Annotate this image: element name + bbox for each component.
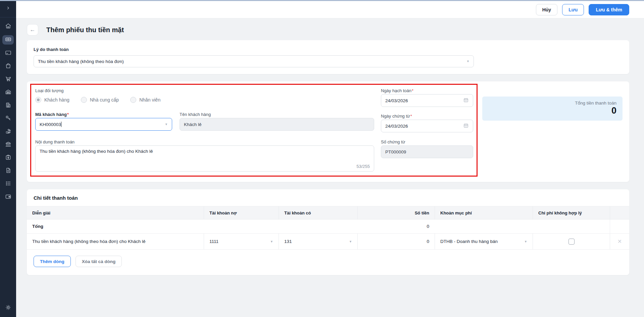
- posting-date-value: 24/03/2026: [385, 98, 408, 103]
- customer-code-input[interactable]: KH000003 ▼: [35, 118, 172, 131]
- total-label: Tổng: [27, 219, 357, 233]
- customer-code-label: Mã khách hàng*: [35, 112, 69, 117]
- sidebar-item-wallet[interactable]: [2, 193, 14, 201]
- object-type-label: Loại đối tượng: [35, 88, 63, 93]
- document-date-input[interactable]: 24/03/2026: [381, 120, 473, 132]
- details-title: Chi tiết thanh toán: [27, 189, 629, 206]
- row-fee-category-select[interactable]: DTHB - Doanh thu hàng bán ▼: [435, 234, 533, 249]
- document-number-input: PT000009: [381, 145, 473, 158]
- payment-content-textarea[interactable]: Thu tiền khách hàng (không theo hóa đơn)…: [35, 145, 374, 172]
- calendar-icon[interactable]: [463, 97, 469, 104]
- warehouse-icon: [5, 88, 12, 97]
- sidebar-item-hand-coins[interactable]: [2, 127, 14, 136]
- table-row: Thu tiền khách hàng (không theo hóa đơn)…: [27, 234, 629, 250]
- settings-gear-icon: [5, 304, 12, 312]
- office-building-icon: [5, 102, 12, 110]
- add-row-button[interactable]: Thêm dòng: [34, 256, 71, 267]
- radio-khach-hang[interactable]: Khách hàng: [35, 97, 69, 103]
- voucher-info-card: Loại đối tượng Khách hàng Nhà cung cấp N…: [27, 81, 629, 182]
- radio-unselected-icon: [130, 97, 136, 103]
- payment-reason-value: Thu tiền khách hàng (không theo hóa đơn): [38, 59, 124, 64]
- shopping-bag-icon: [5, 62, 12, 71]
- calendar-icon[interactable]: [463, 123, 469, 129]
- col-header-amount: Số tiền: [357, 206, 435, 219]
- payment-details-card: Chi tiết thanh toán Diễn giải Tài khoản …: [27, 189, 629, 275]
- col-header-description: Diễn giải: [27, 206, 204, 219]
- back-arrow-icon: ←: [30, 26, 36, 33]
- text-cursor: [61, 122, 62, 127]
- payment-content-value: Thu tiền khách hàng (không theo hóa đơn)…: [40, 149, 153, 154]
- col-header-actions: [610, 206, 629, 219]
- payment-reason-label: Lý do thanh toán: [34, 47, 623, 52]
- posting-date-label: Ngày hạch toán*: [381, 88, 413, 93]
- invalid-expense-checkbox[interactable]: [568, 239, 575, 245]
- customer-name-label: Tên khách hàng: [180, 112, 211, 117]
- document-number-label: Số chứng từ: [381, 139, 405, 144]
- sidebar-item-home[interactable]: [2, 22, 14, 31]
- chevron-down-icon: ▼: [466, 60, 469, 63]
- shopping-cart-icon: [5, 75, 12, 84]
- posting-date-input[interactable]: 24/03/2026: [381, 94, 473, 107]
- chevron-down-icon: ▼: [165, 123, 168, 126]
- col-header-invalid-expense: Chi phí không hợp lý: [533, 206, 610, 219]
- list-icon: [5, 180, 12, 188]
- main-content: ← Thêm phiếu thu tiền mặt Lý do thanh to…: [16, 18, 644, 317]
- sidebar-collapse-button[interactable]: [0, 0, 16, 17]
- credit-card-icon: [5, 49, 12, 58]
- sidebar-item-cash-box[interactable]: [2, 153, 14, 162]
- total-payment-label: Tổng tiền thanh toán: [488, 101, 616, 106]
- key-icon: [5, 115, 12, 123]
- hand-coins-icon: [5, 128, 12, 136]
- sidebar-item-shopping-bag[interactable]: [2, 62, 14, 71]
- sidebar-item-bank[interactable]: [2, 140, 14, 149]
- chevron-down-icon: ▼: [524, 240, 527, 243]
- total-amount: 0: [357, 219, 435, 233]
- details-table: Diễn giải Tài khoản nợ Tài khoản có Số t…: [27, 206, 629, 250]
- radio-selected-icon: [35, 97, 41, 103]
- document-icon: [5, 167, 12, 175]
- customer-name-value: Khách lẻ: [184, 122, 202, 127]
- home-icon: [5, 22, 12, 31]
- document-date-label: Ngày chứng từ*: [381, 114, 412, 119]
- row-debit-account-select[interactable]: 1111 ▼: [204, 234, 279, 249]
- sidebar-item-credit-card[interactable]: [2, 49, 14, 58]
- customer-name-input: Khách lẻ: [180, 118, 374, 131]
- cancel-button[interactable]: Hủy: [536, 4, 557, 15]
- save-button[interactable]: Lưu: [562, 4, 584, 15]
- payment-reason-select[interactable]: Thu tiền khách hàng (không theo hóa đơn)…: [34, 55, 474, 67]
- bank-icon: [5, 141, 12, 149]
- row-invalid-expense-cell: [533, 234, 610, 249]
- sidebar-item-key[interactable]: [2, 114, 14, 123]
- row-description-cell[interactable]: Thu tiền khách hàng (không theo hóa đơn)…: [27, 234, 204, 249]
- save-and-add-button[interactable]: Lưu & thêm: [589, 4, 629, 15]
- delete-all-rows-button[interactable]: Xóa tất cả dòng: [76, 256, 122, 267]
- total-row: Tổng 0: [27, 219, 629, 234]
- payment-content-label: Nội dung thanh toán: [35, 139, 75, 144]
- document-date-value: 24/03/2026: [385, 124, 408, 129]
- sidebar-item-list[interactable]: [2, 180, 14, 188]
- customer-code-value: KH000003: [40, 122, 61, 127]
- radio-nha-cung-cap[interactable]: Nhà cung cấp: [81, 97, 119, 103]
- radio-nhan-vien[interactable]: Nhân viên: [130, 97, 160, 103]
- delete-row-icon[interactable]: ✕: [617, 238, 622, 245]
- sidebar-item-warehouse[interactable]: [2, 88, 14, 97]
- sidebar-item-settings[interactable]: [2, 304, 14, 312]
- col-header-credit-account: Tài khoản có: [279, 206, 357, 219]
- sidebar: [0, 0, 16, 317]
- page-title: Thêm phiếu thu tiền mặt: [46, 26, 124, 34]
- sidebar-item-office-building[interactable]: [2, 101, 14, 110]
- row-amount-cell[interactable]: 0: [357, 234, 435, 249]
- sidebar-item-document[interactable]: [2, 167, 14, 175]
- document-number-value: PT000009: [385, 149, 406, 154]
- table-header-row: Diễn giải Tài khoản nợ Tài khoản có Số t…: [27, 206, 629, 219]
- back-button[interactable]: ←: [27, 24, 38, 36]
- radio-unselected-icon: [81, 97, 87, 103]
- sidebar-item-cash-receipt[interactable]: [2, 35, 14, 45]
- row-credit-account-select[interactable]: 131 ▼: [279, 234, 357, 249]
- sidebar-item-shopping-cart[interactable]: [2, 75, 14, 84]
- col-header-debit-account: Tài khoản nợ: [204, 206, 279, 219]
- char-counter: 53/255: [356, 164, 370, 169]
- row-actions-cell: ✕: [610, 234, 629, 249]
- cash-receipt-icon: [5, 36, 12, 44]
- topbar: Hủy Lưu Lưu & thêm: [16, 1, 644, 18]
